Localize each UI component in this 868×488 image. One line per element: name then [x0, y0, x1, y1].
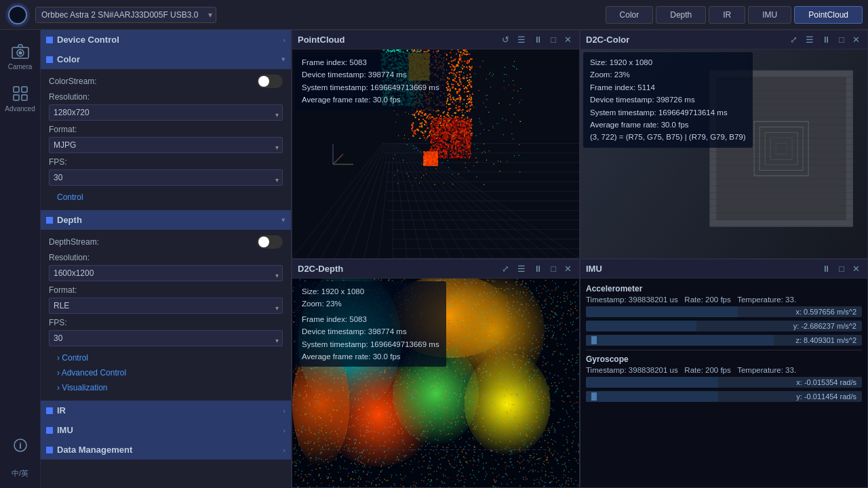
- color-fps-label: FPS:: [49, 157, 283, 167]
- tab-color[interactable]: Color: [606, 6, 654, 24]
- depthstream-toggle[interactable]: [257, 235, 283, 249]
- depth-format-wrap[interactable]: RLE: [49, 298, 283, 318]
- depth-arrow: ▾: [281, 216, 285, 224]
- pointcloud-title: PointCloud: [298, 35, 500, 45]
- colorstream-row: ColorStream:: [49, 75, 283, 88]
- gyro-x-track: x: -0.015354 rad/s: [586, 377, 862, 388]
- accel-z-row: z: 8.409301 m/s^2: [586, 335, 862, 346]
- pointcloud-close-icon[interactable]: ✕: [562, 34, 574, 45]
- tab-pointcloud[interactable]: PointCloud: [794, 6, 863, 24]
- imu-close-icon[interactable]: ✕: [850, 263, 862, 274]
- app-logo: [5, 3, 30, 27]
- d2c-color-max-icon[interactable]: □: [837, 34, 846, 45]
- tab-imu[interactable]: IMU: [748, 6, 791, 24]
- imu-panel-header: IMU ⏸ □ ✕: [580, 260, 867, 279]
- gyro-y-value: y: -0.011454 rad/s: [796, 392, 856, 401]
- device-selector-wrap[interactable]: Orbbec Astra 2 SN#AARJ33D005F USB3.0: [35, 7, 216, 23]
- d2c-color-settings-icon[interactable]: ☰: [804, 34, 816, 45]
- advanced-control-link[interactable]: › Advanced Control: [49, 365, 283, 380]
- d2c-depth-content: Size: 1920 x 1080 Zoom: 23% Frame index:…: [292, 279, 579, 487]
- depth-fps-select[interactable]: 30: [49, 330, 283, 346]
- accel-z-fill: [586, 335, 774, 346]
- device-control-header[interactable]: Device Control ›: [41, 30, 291, 49]
- gyro-x-row: x: -0.015354 rad/s: [586, 377, 862, 388]
- sidebar-item-advanced[interactable]: Advanced: [3, 80, 38, 117]
- imu-max-icon[interactable]: □: [837, 263, 846, 274]
- tab-depth[interactable]: Depth: [656, 6, 706, 24]
- depth-section-header[interactable]: Depth ▾: [41, 210, 291, 230]
- pc-system-ts: System timestamp: 1696649713669 ms: [302, 81, 439, 94]
- pc-device-ts: Device timestamp: 398774 ms: [302, 68, 439, 81]
- sidebar-item-camera[interactable]: Camera: [3, 38, 38, 75]
- info-icon: i: [11, 436, 30, 455]
- gyro-y-row: y: -0.011454 rad/s: [586, 391, 862, 402]
- d2c-color-close-icon[interactable]: ✕: [850, 34, 862, 45]
- main-layout: Camera Advanced i: [0, 30, 868, 488]
- accel-x-fill: [586, 306, 738, 317]
- imu-panel: IMU ⏸ □ ✕ Accelerometer Timestamp: 39883…: [580, 259, 868, 488]
- pointcloud-panel: PointCloud ↺ ☰ ⏸ □ ✕ Frame index: 5083 D…: [292, 30, 580, 259]
- sidebar-item-lang[interactable]: 中/英: [3, 464, 38, 483]
- color-resolution-wrap[interactable]: 868x488: [49, 104, 283, 125]
- color-section-title: Color: [57, 54, 281, 64]
- accel-z-value: z: 8.409301 m/s^2: [795, 336, 856, 344]
- ir-section-header[interactable]: IR ›: [41, 401, 291, 420]
- top-nav-buttons: Color Depth IR IMU PointCloud: [606, 6, 863, 24]
- color-section-content: ColorStream: Resolution: 868x488 Format…: [41, 69, 291, 210]
- sidebar-item-info[interactable]: i: [3, 432, 38, 459]
- d2c-depth-frame: Frame index: 5083: [302, 313, 439, 325]
- svg-rect-3: [14, 87, 19, 92]
- d2c-color-expand-icon[interactable]: ⤢: [788, 34, 800, 45]
- pointcloud-refresh-icon[interactable]: ↺: [500, 34, 511, 45]
- d2c-color-pause-icon[interactable]: ⏸: [820, 34, 833, 45]
- pointcloud-settings-icon[interactable]: ☰: [515, 34, 528, 45]
- svg-rect-6: [22, 95, 27, 100]
- color-control-link[interactable]: Control: [49, 190, 283, 205]
- svg-rect-5: [14, 95, 19, 100]
- pointcloud-fullscreen-icon[interactable]: □: [549, 34, 558, 45]
- color-format-wrap[interactable]: MJPG: [49, 137, 283, 157]
- depth-control-link[interactable]: › Control: [49, 350, 283, 365]
- d2c-depth-close-icon[interactable]: ✕: [562, 263, 574, 274]
- colorstream-toggle[interactable]: [257, 75, 283, 88]
- accel-y-row: y: -2.686237 m/s^2: [586, 321, 862, 331]
- d2c-color-frame: Frame index: 5114: [590, 81, 746, 94]
- imu-icons: ⏸ □ ✕: [820, 263, 862, 274]
- color-fps-select[interactable]: 30: [49, 169, 283, 186]
- depth-resolution-select[interactable]: 1600x1200: [49, 265, 283, 281]
- pointcloud-pause-icon[interactable]: ⏸: [532, 34, 545, 45]
- visualization-link[interactable]: › Visualization: [49, 380, 283, 395]
- color-section-header[interactable]: Color ▾: [41, 49, 291, 69]
- pc-frame-index: Frame index: 5083: [302, 56, 439, 68]
- gyro-y-indicator: [591, 392, 597, 401]
- imu-arrow: ›: [283, 426, 285, 434]
- d2c-depth-settings-icon[interactable]: ☰: [515, 263, 528, 274]
- data-mgmt-header[interactable]: Data Management ›: [41, 440, 291, 460]
- d2c-color-pixel: (3, 722) = (R75, G75, B75) | (R79, G79, …: [590, 131, 746, 143]
- color-fps-wrap[interactable]: 30: [49, 169, 283, 190]
- imu-pause-icon[interactable]: ⏸: [820, 263, 833, 274]
- depth-fps-wrap[interactable]: 30: [49, 330, 283, 350]
- depth-resolution-wrap[interactable]: 1600x1200: [49, 265, 283, 285]
- gyro-y-fill: [586, 391, 718, 402]
- camera-icon: [11, 42, 30, 61]
- color-resolution-select[interactable]: 868x488: [49, 104, 283, 121]
- device-control-title: Device Control: [57, 35, 283, 45]
- imu-section-header[interactable]: IMU ›: [41, 420, 291, 440]
- accel-x-value: x: 0.597656 m/s^2: [795, 308, 856, 316]
- device-selector[interactable]: Orbbec Astra 2 SN#AARJ33D005F USB3.0: [35, 7, 216, 23]
- d2c-depth-max-icon[interactable]: □: [549, 263, 558, 274]
- pointcloud-header: PointCloud ↺ ☰ ⏸ □ ✕: [292, 30, 579, 49]
- d2c-depth-pause-icon[interactable]: ⏸: [532, 263, 545, 274]
- d2c-color-header: D2C-Color ⤢ ☰ ⏸ □ ✕: [580, 30, 867, 49]
- gyro-y-track: y: -0.011454 rad/s: [586, 391, 862, 402]
- imu-content: Accelerometer Timestamp: 398838201 us Ra…: [580, 279, 867, 487]
- depth-indicator: [46, 217, 53, 224]
- data-mgmt-title: Data Management: [57, 445, 283, 455]
- color-format-select[interactable]: MJPG: [49, 137, 283, 153]
- accel-y-track: y: -2.686237 m/s^2: [586, 321, 862, 331]
- tab-ir[interactable]: IR: [709, 6, 745, 24]
- d2c-depth-expand-icon[interactable]: ⤢: [500, 263, 511, 274]
- d2c-depth-title: D2C-Depth: [298, 264, 500, 274]
- depth-format-select[interactable]: RLE: [49, 298, 283, 314]
